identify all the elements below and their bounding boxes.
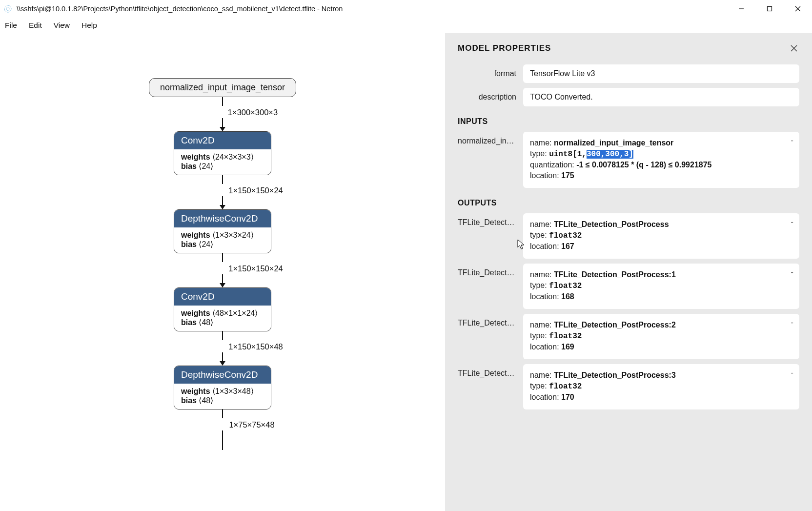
minimize-button[interactable]: [727, 0, 755, 18]
prop-label: format: [458, 64, 523, 78]
edge-label: 1×150×150×48: [228, 342, 283, 351]
collapse-icon[interactable]: -: [791, 136, 793, 145]
graph-canvas[interactable]: normalized_input_image_tensor 1×300×300×…: [0, 33, 445, 511]
collapse-icon[interactable]: -: [791, 267, 793, 277]
tensor-detail[interactable]: - name: TFLite_Detection_PostProcess:1 t…: [523, 264, 799, 309]
menu-view[interactable]: View: [54, 21, 70, 30]
close-icon: [790, 44, 798, 52]
menu-edit[interactable]: Edit: [29, 21, 42, 30]
prop-row-description: description TOCO Converted.: [458, 88, 799, 106]
edge-label: 1×150×150×24: [228, 186, 283, 195]
collapse-icon[interactable]: -: [791, 217, 793, 227]
section-inputs: INPUTS: [458, 117, 799, 126]
menu-file[interactable]: File: [5, 21, 17, 30]
panel-close-button[interactable]: [789, 43, 799, 54]
tensor-label: TFLite_Detection_...: [458, 264, 523, 277]
graph-edge: 1×150×150×24: [195, 175, 250, 209]
svg-point-1: [6, 7, 9, 10]
prop-label: description: [458, 88, 523, 102]
tensor-row-output: TFLite_Detection_... - name: TFLite_Dete…: [458, 213, 799, 259]
tensor-row-output: TFLite_Detection_... - name: TFLite_Dete…: [458, 364, 799, 409]
panel-title: MODEL PROPERTIES: [458, 43, 551, 53]
app-icon: [3, 4, 13, 14]
svg-point-0: [4, 5, 11, 12]
graph-edge: 1×150×150×24: [195, 253, 250, 287]
window-controls: [727, 0, 812, 18]
op-title: Conv2D: [174, 288, 271, 306]
properties-panel: MODEL PROPERTIES format TensorFlow Lite …: [445, 33, 812, 511]
tensor-detail[interactable]: - name: TFLite_Detection_PostProcess typ…: [523, 213, 799, 259]
graph-input-node[interactable]: normalized_input_image_tensor: [149, 78, 296, 97]
op-title: DepthwiseConv2D: [174, 366, 271, 384]
tensor-row-input: normalized_input... - name: normalized_i…: [458, 132, 799, 188]
collapse-icon[interactable]: -: [791, 368, 793, 378]
op-title: DepthwiseConv2D: [174, 210, 271, 227]
graph-op-node[interactable]: Conv2D weights ⟨48×1×1×24⟩ bias ⟨48⟩: [174, 287, 271, 331]
section-outputs: OUTPUTS: [458, 199, 799, 207]
tensor-detail[interactable]: - name: TFLite_Detection_PostProcess:2 t…: [523, 314, 799, 359]
op-title: Conv2D: [174, 132, 271, 149]
tensor-row-output: TFLite_Detection_... - name: TFLite_Dete…: [458, 264, 799, 309]
tensor-row-output: TFLite_Detection_... - name: TFLite_Dete…: [458, 314, 799, 359]
prop-value[interactable]: TensorFlow Lite v3: [523, 64, 799, 83]
graph-edge: 1×75×75×48: [200, 409, 245, 450]
tensor-detail[interactable]: - name: normalized_input_image_tensor ty…: [523, 132, 799, 188]
graph-op-node[interactable]: DepthwiseConv2D weights ⟨1×3×3×24⟩ bias …: [174, 209, 271, 253]
svg-rect-3: [768, 6, 772, 11]
maximize-button[interactable]: [755, 0, 784, 18]
prop-value[interactable]: TOCO Converted.: [523, 88, 799, 106]
graph-op-node[interactable]: Conv2D weights ⟨24×3×3×3⟩ bias ⟨24⟩: [174, 131, 271, 175]
graph-edge: 1×150×150×48: [195, 331, 250, 366]
graph-edge: 1×300×300×3: [198, 97, 247, 131]
titlebar: \\sshfs\pi@10.0.1.82\Projects\Python\tfl…: [0, 0, 812, 18]
prop-row-format: format TensorFlow Lite v3: [458, 64, 799, 83]
tensor-label: TFLite_Detection_...: [458, 213, 523, 227]
close-button[interactable]: [784, 0, 812, 18]
graph-op-node[interactable]: DepthwiseConv2D weights ⟨1×3×3×48⟩ bias …: [174, 366, 271, 409]
window-title: \\sshfs\pi@10.0.1.82\Projects\Python\tfl…: [17, 5, 343, 13]
edge-label: 1×300×300×3: [228, 108, 278, 117]
edge-label: 1×150×150×24: [228, 264, 283, 273]
menubar: File Edit View Help: [0, 18, 812, 33]
tensor-label: normalized_input...: [458, 132, 523, 145]
collapse-icon[interactable]: -: [791, 318, 793, 327]
menu-help[interactable]: Help: [81, 21, 97, 30]
tensor-label: TFLite_Detection_...: [458, 364, 523, 378]
edge-label: 1×75×75×48: [229, 420, 274, 429]
tensor-detail[interactable]: - name: TFLite_Detection_PostProcess:3 t…: [523, 364, 799, 409]
tensor-label: TFLite_Detection_...: [458, 314, 523, 327]
